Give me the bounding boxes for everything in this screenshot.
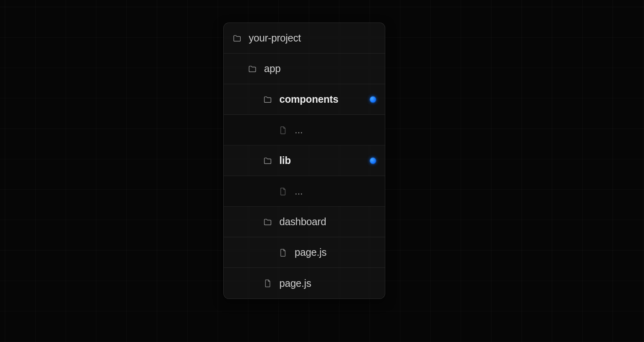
folder-icon: [263, 156, 272, 165]
tree-row-label: page.js: [295, 247, 326, 258]
tree-row-app[interactable]: app: [224, 54, 385, 84]
tree-row-dashboard-page[interactable]: page.js: [224, 237, 385, 268]
folder-icon: [263, 95, 272, 104]
tree-row-dashboard[interactable]: dashboard: [224, 207, 385, 237]
tree-row-label: your-project: [249, 32, 301, 44]
tree-row-components[interactable]: components: [224, 84, 385, 115]
status-dot: [370, 96, 376, 102]
file-icon: [279, 248, 287, 257]
tree-row-app-page[interactable]: page.js: [224, 268, 385, 298]
tree-row-label: app: [264, 63, 281, 75]
tree-row-label: dashboard: [279, 216, 326, 228]
file-icon: [279, 126, 287, 135]
folder-icon: [233, 34, 242, 43]
tree-row-lib[interactable]: lib: [224, 145, 385, 176]
tree-row-label: lib: [279, 155, 291, 166]
status-dot: [370, 158, 376, 164]
tree-row-components-children[interactable]: ...: [224, 115, 385, 145]
tree-row-label: ...: [295, 185, 303, 197]
folder-icon: [248, 64, 257, 73]
tree-row-label: page.js: [279, 278, 311, 289]
file-icon: [263, 279, 272, 288]
tree-row-label: components: [279, 93, 339, 105]
folder-icon: [263, 218, 272, 226]
file-tree-panel: your-project app components ... lib ...: [223, 23, 385, 299]
tree-row-lib-children[interactable]: ...: [224, 176, 385, 207]
file-icon: [279, 187, 287, 196]
tree-row-root[interactable]: your-project: [224, 23, 385, 54]
tree-row-label: ...: [295, 124, 303, 136]
